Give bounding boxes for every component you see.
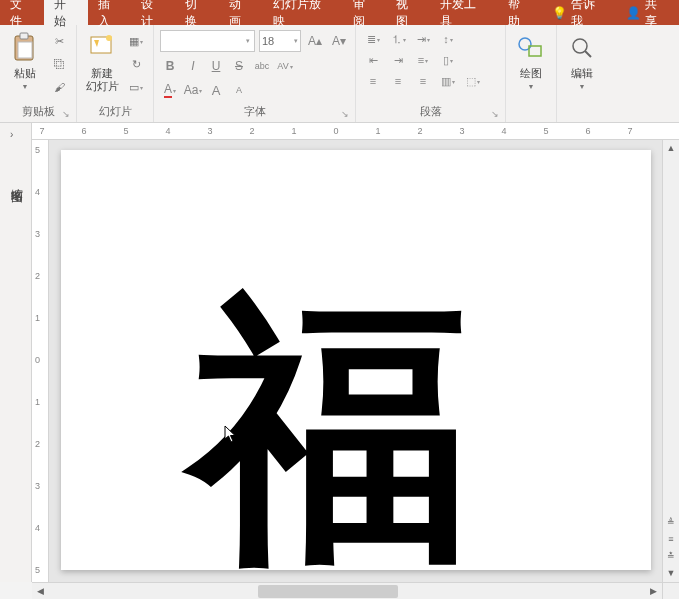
decrease-font-icon: A▾ <box>332 34 346 48</box>
slide-canvas-area[interactable]: 福 <box>49 140 662 582</box>
person-icon: 👤 <box>626 6 641 20</box>
font-size-selector[interactable]: 18▾ <box>259 30 301 52</box>
tab-transitions[interactable]: 切换 <box>175 0 219 25</box>
tab-help[interactable]: 帮助 <box>498 0 542 25</box>
align-right-button[interactable]: ≡ <box>412 72 434 90</box>
shrink-font-button[interactable]: A <box>229 80 249 100</box>
slide[interactable]: 福 <box>61 150 651 570</box>
char-spacing-button[interactable]: AV <box>275 56 295 76</box>
font-dialog-launcher[interactable]: ↘ <box>341 109 349 119</box>
numbering-button[interactable]: ⒈ <box>387 30 409 48</box>
editing-button[interactable]: 编辑 ▼ <box>563 28 601 105</box>
text-direction-button[interactable]: ↕ <box>437 30 459 48</box>
ruler-mark: 3 <box>459 126 464 136</box>
align-left-icon: ≡ <box>370 75 376 87</box>
chevron-down-icon: ▾ <box>246 37 250 45</box>
text-shadow-button[interactable]: abc <box>252 56 272 76</box>
decrease-font-button[interactable]: A▾ <box>329 31 349 51</box>
align-right-icon: ≡ <box>420 75 426 87</box>
section-button[interactable]: ▭ <box>125 77 147 97</box>
scroll-thumb[interactable] <box>258 585 398 598</box>
expand-thumbnails-button[interactable]: › <box>10 129 13 140</box>
ruler-mark: 2 <box>35 271 40 281</box>
scroll-left-button[interactable]: ◀ <box>32 583 49 599</box>
italic-button[interactable]: I <box>183 56 203 76</box>
new-slide-button[interactable]: 新建 幻灯片 <box>83 28 121 102</box>
smartart-button[interactable]: ⬚ <box>462 72 484 90</box>
strikethrough-button[interactable]: S <box>229 56 249 76</box>
tab-review[interactable]: 审阅 <box>343 0 387 25</box>
ruler-mark: 1 <box>35 397 40 407</box>
thumbnail-panel-collapsed: › 缩略图 <box>0 123 32 582</box>
ruler-mark: 6 <box>81 126 86 136</box>
tab-view[interactable]: 视图 <box>386 0 430 25</box>
font-size-value: 18 <box>262 35 274 47</box>
reset-button[interactable]: ↻ <box>125 54 147 74</box>
horizontal-ruler: 765432101234567 <box>32 123 679 140</box>
paragraph-dialog-launcher[interactable]: ↘ <box>491 109 499 119</box>
thumbnails-label[interactable]: 缩略图 <box>8 178 25 184</box>
clipboard-group-label: 剪贴板 <box>22 105 55 117</box>
slide-nav-menu-button[interactable]: ≡ <box>663 531 679 548</box>
drawing-button[interactable]: 绘图 ▼ <box>512 28 550 105</box>
decrease-indent-button[interactable]: ⇤ <box>362 51 384 69</box>
horizontal-scrollbar[interactable]: ◀ ▶ <box>32 582 662 599</box>
ruler-mark: 4 <box>501 126 506 136</box>
ruler-mark: 0 <box>333 126 338 136</box>
prev-slide-button[interactable]: ≜ <box>663 514 679 531</box>
align-text-button[interactable]: ▯ <box>437 51 459 69</box>
next-slide-button[interactable]: ≛ <box>663 548 679 565</box>
tab-design[interactable]: 设计 <box>131 0 175 25</box>
copy-button[interactable]: ⿻ <box>48 54 70 74</box>
paragraph-group-label: 段落 <box>420 105 442 117</box>
increase-font-button[interactable]: A▴ <box>305 31 325 51</box>
line-spacing-icon: ≡ <box>418 54 424 66</box>
increase-indent-button[interactable]: ⇥ <box>387 51 409 69</box>
scroll-up-button[interactable]: ▲ <box>663 140 679 157</box>
tab-home[interactable]: 开始 <box>44 0 88 25</box>
svg-rect-1 <box>20 33 28 39</box>
font-name-selector[interactable]: ▾ <box>160 30 255 52</box>
font-group-label: 字体 <box>244 105 266 117</box>
drawing-label: 绘图 <box>520 67 542 80</box>
paste-button[interactable]: 粘贴 ▼ <box>6 28 44 102</box>
layout-button[interactable]: ▦ <box>125 31 147 51</box>
tab-animations[interactable]: 动画 <box>219 0 263 25</box>
tab-file[interactable]: 文件 <box>0 0 44 25</box>
ruler-mark: 3 <box>35 229 40 239</box>
ruler-mark: 4 <box>35 523 40 533</box>
format-painter-button[interactable]: 🖌 <box>48 77 70 97</box>
underline-button[interactable]: U <box>206 56 226 76</box>
align-center-button[interactable]: ≡ <box>387 72 409 90</box>
shapes-icon <box>515 32 547 64</box>
grow-font-button[interactable]: A <box>206 80 226 100</box>
group-editing: 编辑 ▼ <box>557 25 607 122</box>
ruler-mark: 7 <box>39 126 44 136</box>
list-level-button[interactable]: ⇥ <box>412 30 434 48</box>
ruler-mark: 1 <box>291 126 296 136</box>
vertical-scrollbar[interactable]: ▲ ≜ ≡ ≛ ▼ <box>662 140 679 582</box>
chevron-down-icon: ▼ <box>579 83 586 90</box>
scroll-down-button[interactable]: ▼ <box>663 565 679 582</box>
change-case-button[interactable]: Aa <box>183 80 203 100</box>
ruler-mark: 5 <box>543 126 548 136</box>
clipboard-dialog-launcher[interactable]: ↘ <box>62 109 70 119</box>
tab-developer[interactable]: 开发工具 <box>430 0 498 25</box>
scroll-track[interactable] <box>49 583 645 599</box>
bullets-button[interactable]: ≣ <box>362 30 384 48</box>
paste-label: 粘贴 <box>14 67 36 80</box>
clipboard-icon <box>9 32 41 64</box>
share-button[interactable]: 👤 共享 <box>616 0 679 30</box>
ruler-mark: 5 <box>123 126 128 136</box>
align-left-button[interactable]: ≡ <box>362 72 384 90</box>
new-slide-icon <box>86 32 118 64</box>
tab-insert[interactable]: 插入 <box>88 0 132 25</box>
cut-button[interactable]: ✂ <box>48 31 70 51</box>
bold-button[interactable]: B <box>160 56 180 76</box>
line-spacing-button[interactable]: ≡ <box>412 51 434 69</box>
font-color-button[interactable]: A <box>160 80 180 100</box>
tab-slideshow[interactable]: 幻灯片放映 <box>263 0 343 25</box>
columns-button[interactable]: ▥ <box>437 72 459 90</box>
scissors-icon: ✂ <box>55 35 64 48</box>
scroll-right-button[interactable]: ▶ <box>645 583 662 599</box>
